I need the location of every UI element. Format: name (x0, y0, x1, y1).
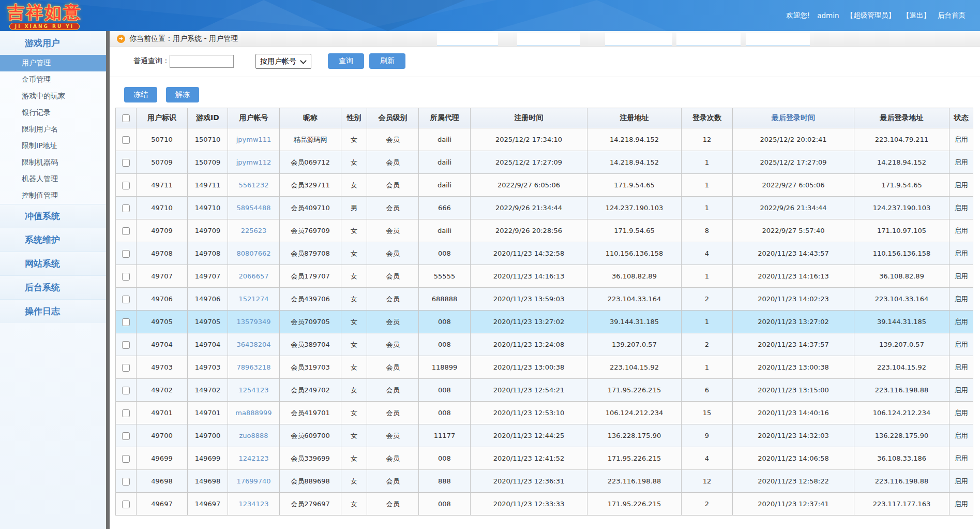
search-type-select-wrap: 按用户帐号 (255, 54, 311, 69)
login-count-cell: 1 (682, 356, 733, 379)
row-checkbox[interactable] (122, 204, 130, 212)
sidebar-item[interactable]: 限制用户名 (0, 121, 106, 138)
unfreeze-button[interactable]: 解冻 (166, 87, 199, 102)
login-count-cell: 1 (682, 174, 733, 197)
column-header: 注册时间 (471, 108, 587, 128)
row-checkbox[interactable] (122, 341, 130, 349)
account-link[interactable]: 5561232 (228, 174, 280, 197)
sidebar-item[interactable]: 银行记录 (0, 105, 106, 121)
search-type-select[interactable]: 按用户帐号 (255, 54, 311, 69)
row-checkbox[interactable] (122, 432, 130, 440)
table-header-row: 用户标识游戏ID用户帐号昵称性别会员级别所属代理注册时间注册地址登录次数最后登录… (116, 108, 973, 128)
status-cell: 启用 (949, 219, 973, 242)
account-link[interactable]: 1242123 (228, 447, 280, 470)
sidebar-section[interactable]: 网站系统 (0, 252, 106, 275)
query-button[interactable]: 查询 (328, 53, 364, 69)
reg-time-cell: 2020/11/23 13:24:08 (471, 333, 587, 356)
account-link[interactable]: 1234123 (228, 493, 280, 516)
reg-ip-cell: 39.144.31.185 (587, 311, 682, 333)
logout-link[interactable]: 【退出】 (902, 11, 930, 20)
level-cell: 会员 (367, 447, 419, 470)
account-link[interactable]: 78963218 (228, 356, 280, 379)
sidebar-item[interactable]: 游戏中的玩家 (0, 88, 106, 105)
nickname-cell: 会员249702 (280, 379, 341, 402)
sidebar-section[interactable]: 操作日志 (0, 299, 106, 323)
row-checkbox[interactable] (122, 227, 130, 235)
refresh-button[interactable]: 刷新 (369, 53, 405, 69)
nickname-cell: 会员339699 (280, 447, 341, 470)
freeze-button[interactable]: 冻结 (124, 87, 157, 102)
account-link[interactable]: 1521274 (228, 288, 280, 311)
sidebar-item[interactable]: 机器人管理 (0, 171, 106, 187)
nickname-cell: 会员419701 (280, 402, 341, 424)
search-input[interactable] (170, 55, 234, 68)
user-id-cell: 49709 (137, 219, 188, 242)
row-checkbox[interactable] (122, 159, 130, 167)
sidebar-item[interactable]: 金币管理 (0, 71, 106, 88)
table-row: 497061497061521274会员439706女会员6888882020/… (116, 288, 973, 311)
sidebar-splitter[interactable] (106, 31, 110, 529)
account-link[interactable]: jpymw112 (228, 151, 280, 174)
sidebar-item[interactable]: 控制值管理 (0, 187, 106, 204)
select-all-checkbox[interactable] (122, 114, 130, 122)
account-link[interactable]: 225623 (228, 219, 280, 242)
row-checkbox[interactable] (122, 136, 130, 144)
sidebar-item[interactable]: 限制机器码 (0, 154, 106, 171)
column-header[interactable]: 最后登录时间 (733, 108, 854, 128)
sidebar-section[interactable]: 冲值系统 (0, 204, 106, 228)
status-cell: 启用 (949, 128, 973, 151)
account-link[interactable]: ma888999 (228, 402, 280, 424)
gender-cell: 女 (341, 219, 367, 242)
account-link[interactable]: 36438204 (228, 333, 280, 356)
account-link[interactable]: 2066657 (228, 265, 280, 288)
game-id-cell: 149711 (188, 174, 228, 197)
row-checkbox[interactable] (122, 296, 130, 303)
gender-cell: 男 (341, 197, 367, 219)
account-link[interactable]: jpymw111 (228, 128, 280, 151)
last-login-ip-cell: 223.117.177.163 (854, 493, 949, 516)
account-link[interactable]: 80807662 (228, 242, 280, 265)
login-count-cell: 15 (682, 402, 733, 424)
game-id-cell: 149709 (188, 219, 228, 242)
sidebar-section[interactable]: 系统维护 (0, 228, 106, 252)
row-checkbox[interactable] (122, 478, 130, 486)
row-checkbox[interactable] (122, 318, 130, 326)
gender-cell: 女 (341, 128, 367, 151)
sidebar-section[interactable]: 后台系统 (0, 275, 106, 299)
account-link[interactable]: 17699740 (228, 470, 280, 493)
user-id-cell: 49702 (137, 379, 188, 402)
ghost-input-underline (676, 33, 741, 46)
level-cell: 会员 (367, 242, 419, 265)
status-cell: 启用 (949, 311, 973, 333)
table-row: 497111497115561232会员329711女会员daili2022/9… (116, 174, 973, 197)
nickname-cell: 会员889698 (280, 470, 341, 493)
last-login-time-cell: 2022/9/26 21:34:44 (733, 197, 854, 219)
account-link[interactable]: 58954488 (228, 197, 280, 219)
gender-cell: 女 (341, 242, 367, 265)
reg-ip-cell: 171.9.54.65 (587, 174, 682, 197)
row-checkbox[interactable] (122, 364, 130, 372)
level-cell: 会员 (367, 493, 419, 516)
row-checkbox[interactable] (122, 273, 130, 281)
account-link[interactable]: 13579349 (228, 311, 280, 333)
row-checkbox[interactable] (122, 455, 130, 463)
row-checkbox[interactable] (122, 182, 130, 189)
account-link[interactable]: zuo8888 (228, 424, 280, 447)
sidebar-item[interactable]: 用户管理 (0, 55, 106, 71)
sidebar-section[interactable]: 游戏用户 (0, 31, 106, 55)
user-id-cell: 49708 (137, 242, 188, 265)
home-link[interactable]: 后台首页 (938, 11, 966, 20)
row-checkbox[interactable] (122, 501, 130, 508)
status-cell: 启用 (949, 379, 973, 402)
sidebar-item[interactable]: 限制IP地址 (0, 138, 106, 154)
row-checkbox[interactable] (122, 409, 130, 417)
reg-ip-cell: 139.207.0.57 (587, 333, 682, 356)
header-polygon-decoration (491, 0, 667, 31)
gender-cell: 女 (341, 333, 367, 356)
row-checkbox[interactable] (122, 387, 130, 394)
level-cell: 会员 (367, 174, 419, 197)
row-checkbox[interactable] (122, 250, 130, 258)
gender-cell: 女 (341, 493, 367, 516)
user-id-cell: 49700 (137, 424, 188, 447)
account-link[interactable]: 1254123 (228, 379, 280, 402)
